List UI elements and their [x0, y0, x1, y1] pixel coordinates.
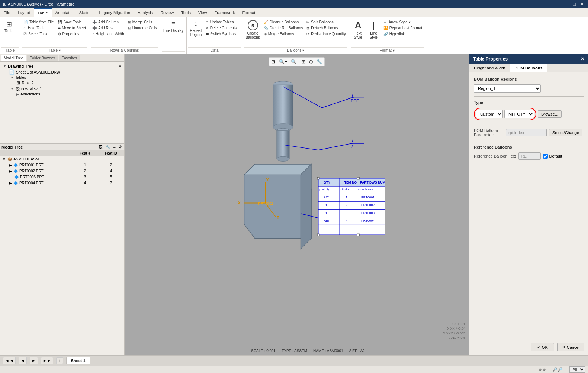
tab-model-tree[interactable]: Model Tree	[1, 55, 26, 61]
move-to-sheet-btn[interactable]: ➡ Move to Sheet	[56, 25, 87, 31]
type-mhqty-select[interactable]: MH_QTY	[504, 110, 534, 118]
prop-panel-close-btn[interactable]: ✕	[581, 56, 584, 62]
repeat-last-format-btn[interactable]: 🔁 Repeat Last Format	[382, 25, 424, 31]
tab-favorites[interactable]: Favorites	[59, 55, 80, 61]
menu-review[interactable]: Review	[157, 8, 177, 17]
height-width-btn[interactable]: ↕ Height and Width	[91, 31, 126, 37]
delete-contents-btn[interactable]: ✕ Delete Contents	[204, 25, 238, 31]
text-style-large-btn[interactable]: A TextStyle	[351, 19, 366, 40]
sheet-next-btn[interactable]: ►	[30, 357, 38, 364]
arrow-style-btn[interactable]: → Arrow Style ▾	[382, 19, 424, 25]
sheet-first-btn[interactable]: ◄◄	[3, 357, 16, 364]
detach-balloons-btn[interactable]: ⊠ Detach Balloons	[305, 25, 347, 31]
tree-tables-item[interactable]: ▼ Tables	[1, 75, 123, 80]
redistribute-qty-btn[interactable]: ⟳ Redistribute Quantity	[305, 31, 347, 37]
scale-info: SCALE : 0.091	[251, 349, 276, 353]
tree-table2-item[interactable]: ⊞ Table 2	[1, 80, 123, 86]
mt-icon3[interactable]: ≡	[113, 145, 116, 149]
update-tables-btn[interactable]: ⟳ Update Tables	[204, 19, 238, 25]
select-table-btn[interactable]: ☑ Select Table	[22, 31, 55, 37]
create-ref-balloons-btn[interactable]: 📎 Create Ref Balloons	[262, 25, 305, 31]
switch-symbols-btn[interactable]: ⇄ Switch Symbols	[204, 31, 238, 37]
zoom-fit-btn[interactable]: ⊡	[270, 58, 277, 65]
sheet-last-btn[interactable]: ►►	[41, 357, 54, 364]
view-icon: 🖼	[15, 86, 20, 91]
table-from-file-btn[interactable]: 📄 Table from File	[22, 19, 55, 25]
cleanup-balloons-btn[interactable]: 🧹 Cleanup Balloons	[262, 19, 305, 25]
line-display-icon: ≡	[171, 20, 176, 28]
prop-tab-bom-balloons[interactable]: BOM Balloons	[510, 64, 547, 72]
mt-icon1[interactable]: 🖼	[99, 145, 103, 149]
menu-format[interactable]: Format	[239, 8, 259, 17]
title-bar-controls[interactable]: ─ □ ✕	[565, 2, 585, 7]
sheet-tab-1[interactable]: Sheet 1	[66, 357, 90, 364]
menu-tools[interactable]: Tools	[177, 8, 195, 17]
merge-balloons-btn[interactable]: ⊕ Merge Balloons	[262, 31, 305, 37]
split-balloons-btn[interactable]: ✂ Split Balloons	[305, 19, 347, 25]
browse-btn[interactable]: Browse...	[538, 110, 562, 118]
menu-annotate[interactable]: Annotate	[52, 8, 75, 17]
mt-header-name	[0, 150, 72, 156]
bom-region-select[interactable]: Region_1	[474, 84, 541, 93]
ok-btn[interactable]: ✓ OK	[531, 343, 554, 351]
menu-analysis[interactable]: Analysis	[134, 8, 157, 17]
properties-btn[interactable]: ⚙ Properties	[56, 31, 87, 37]
tree-view-item[interactable]: ▼ 🖼 new_view_1	[1, 86, 123, 92]
unmerge-cells-btn[interactable]: ⊡ Unmerge Cells	[126, 25, 158, 31]
repeat-region-btn[interactable]: ↕ RepeatRegion	[188, 19, 203, 38]
hole-table-btn[interactable]: ⊙ Hole Table	[22, 25, 55, 31]
drawing-tree-header[interactable]: ▼ Drawing Tree ≡	[1, 63, 123, 69]
mt-row-prt4[interactable]: ▶ 🔷 PRT0004.PRT 4 7	[0, 180, 124, 186]
mt-icon2[interactable]: 🔧	[105, 145, 110, 149]
add-column-btn[interactable]: ➕ Add Column	[91, 19, 126, 25]
ref-balloon-text-input[interactable]	[518, 152, 541, 160]
menu-sketch[interactable]: Sketch	[75, 8, 96, 17]
zoom-in-btn[interactable]: 🔍+	[277, 58, 289, 65]
mt-row-prt3[interactable]: 🔷 PRT0003.PRT 3 5	[0, 174, 124, 180]
menu-framework[interactable]: Framework	[211, 8, 239, 17]
table-large-btn[interactable]: ⊞ Table	[1, 19, 16, 34]
menu-file[interactable]: File	[0, 8, 14, 17]
svg-text:3: 3	[346, 211, 347, 215]
add-column-icon: ➕	[92, 20, 97, 24]
canvas-area[interactable]: ⊡ 🔍+ 🔍- ⊞ ⬡ 🔧	[125, 54, 469, 355]
default-checkbox[interactable]	[543, 154, 548, 159]
cancel-btn[interactable]: ✕ Cancel	[557, 343, 584, 351]
sheet-label: Sheet 1 of ASM0001.DRW	[16, 70, 60, 74]
status-dropdown[interactable]: All	[569, 366, 585, 373]
sheet-add-btn[interactable]: +	[56, 357, 63, 364]
close-btn[interactable]: ✕	[579, 2, 585, 7]
prop-tab-height-width[interactable]: Height and Width	[469, 64, 510, 72]
merge-cells-btn[interactable]: ⊞ Merge Cells	[126, 19, 158, 25]
menu-view[interactable]: View	[195, 8, 211, 17]
svg-marker-8	[301, 164, 312, 249]
tree-annotations-item[interactable]: ▶ Annotations	[1, 92, 123, 97]
menu-legacy-migration[interactable]: Legacy Migration	[95, 8, 134, 17]
status-bar: ⊕ ⊕ | 🔎 🔎 | All	[0, 366, 588, 373]
type-custom-select[interactable]: Custom	[476, 110, 503, 118]
minimize-btn[interactable]: ─	[565, 2, 571, 7]
add-row-btn[interactable]: ➕ Add Row	[91, 25, 126, 31]
mt-toolbar-icons: 🖼 🔧 ≡ ⚙	[98, 145, 123, 149]
sheet-prev-btn[interactable]: ◄	[19, 357, 27, 364]
mt-row-prt1[interactable]: ▶ 🔷 PRT0001.PRT 1 2	[0, 162, 124, 168]
tree-sheet-item[interactable]: 📄 Sheet 1 of ASM0001.DRW	[1, 69, 123, 75]
zoom-out-btn[interactable]: 🔍-	[289, 58, 299, 65]
hyperlink-btn[interactable]: 🔗 Hyperlink	[382, 31, 424, 37]
line-display-btn[interactable]: ≡ Line Display	[162, 19, 185, 33]
menu-table[interactable]: Table	[34, 8, 52, 17]
bom-param-input[interactable]	[506, 129, 547, 136]
view-btn1[interactable]: ⊞	[300, 58, 307, 65]
mt-icon4[interactable]: ⚙	[118, 145, 122, 149]
line-style-large-btn[interactable]: | LineStyle	[366, 19, 381, 40]
menu-layout[interactable]: Layout	[14, 8, 34, 17]
create-balloons-btn[interactable]: 5 CreateBalloons	[244, 19, 261, 40]
view-btn2[interactable]: ⬡	[308, 58, 314, 65]
maximize-btn[interactable]: □	[572, 2, 577, 7]
tab-folder-browser[interactable]: Folder Browser	[27, 55, 58, 61]
mt-row-asm[interactable]: ▼ 📦 ASM0001.ASM	[0, 156, 124, 162]
select-change-btn[interactable]: Select/Change	[549, 129, 582, 136]
save-table-btn[interactable]: 💾 Save Table	[56, 19, 87, 25]
view-btn3[interactable]: 🔧	[315, 58, 324, 65]
mt-row-prt2[interactable]: ▶ 🔷 PRT0002.PRT 2 4	[0, 168, 124, 174]
